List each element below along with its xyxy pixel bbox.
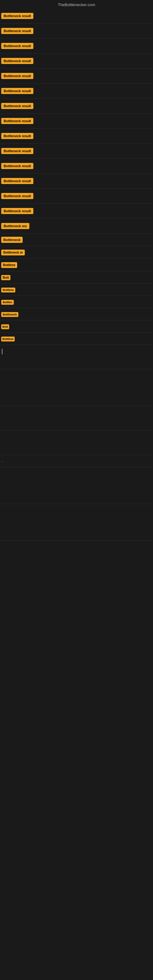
empty-section-5	[0, 504, 153, 541]
bottleneck-badge[interactable]: Bottleneck result	[1, 73, 33, 79]
bottleneck-badge[interactable]: Bottleneck result	[1, 43, 33, 49]
list-item: Bottleneck	[0, 234, 153, 246]
list-item: Bottleneck res	[0, 219, 153, 234]
bottleneck-badge[interactable]: Bottleneck result	[1, 163, 33, 169]
bottleneck-badge[interactable]: Bottleneck result	[1, 133, 33, 139]
bottleneck-badge[interactable]: Bottlene	[1, 262, 17, 268]
bottleneck-badge[interactable]: Bottleneck result	[1, 103, 33, 109]
list-item: Bottleneck result	[0, 204, 153, 219]
list-item: Bottleneck result	[0, 114, 153, 129]
list-item: Bottlene	[0, 332, 153, 345]
ellipsis-text: ...	[1, 459, 4, 463]
bottleneck-badge[interactable]: Bottleneck result	[1, 88, 33, 94]
list-item: Bott	[0, 271, 153, 283]
empty-section-4	[0, 467, 153, 504]
list-item: Bottleneck result	[0, 129, 153, 144]
empty-section-6	[0, 541, 153, 578]
bottleneck-badge[interactable]: Bottleneck result	[1, 13, 33, 19]
list-item: Bottleneck result	[0, 9, 153, 24]
list-item: Bottlene	[0, 283, 153, 296]
bottleneck-badge[interactable]: Bottleneck	[1, 237, 22, 243]
bottleneck-badge[interactable]: Bottlene	[1, 288, 15, 293]
list-item: Bottleneck re	[0, 246, 153, 259]
list-item: Bottleneck	[0, 308, 153, 320]
list-item: Bottleneck result	[0, 84, 153, 99]
empty-section-1	[0, 369, 153, 406]
list-item: Bottlen	[0, 296, 153, 308]
bottleneck-badge[interactable]: Bottlen	[1, 300, 14, 305]
ellipsis-section: ...	[0, 455, 153, 467]
empty-section-2	[0, 406, 153, 431]
list-item: Bottleneck result	[0, 54, 153, 68]
bottleneck-badge[interactable]: Bottleneck result	[1, 28, 33, 34]
list-item: Bottleneck result	[0, 173, 153, 189]
site-title: TheBottlenecker.com	[58, 2, 95, 7]
bottleneck-badge[interactable]: Bottleneck re	[1, 250, 25, 255]
bottleneck-badge[interactable]: Bott	[1, 324, 9, 329]
site-header: TheBottlenecker.com	[0, 0, 153, 9]
bottleneck-badge[interactable]: Bott	[1, 275, 10, 280]
bottleneck-badge[interactable]: Bottleneck result	[1, 148, 33, 154]
list-item: Bottleneck result	[0, 99, 153, 114]
bottleneck-badge[interactable]: Bottlene	[1, 337, 15, 342]
list-item: Bott	[0, 320, 153, 332]
list-item: Bottleneck result	[0, 189, 153, 204]
list-item: Bottlene	[0, 259, 153, 271]
list-item: Bottleneck result	[0, 159, 153, 173]
bottleneck-badge[interactable]: Bottleneck result	[1, 193, 33, 199]
bottleneck-badge[interactable]: Bottleneck result	[1, 208, 33, 214]
list-item: Bottleneck result	[0, 24, 153, 38]
bottleneck-badge[interactable]: Bottleneck result	[1, 118, 33, 124]
bottleneck-badge[interactable]: Bottleneck res	[1, 223, 29, 229]
bottleneck-badge[interactable]: Bottleneck	[1, 312, 18, 317]
cursor-indicator	[2, 349, 2, 354]
cursor-area	[0, 345, 153, 369]
bottleneck-badge[interactable]: Bottleneck result	[1, 178, 33, 184]
empty-section-3	[0, 431, 153, 455]
list-item: Bottleneck result	[0, 144, 153, 159]
page-container: TheBottlenecker.com Bottleneck result Bo…	[0, 0, 153, 980]
list-item: Bottleneck result	[0, 68, 153, 84]
bottleneck-badge[interactable]: Bottleneck result	[1, 58, 33, 64]
list-item: Bottleneck result	[0, 38, 153, 54]
